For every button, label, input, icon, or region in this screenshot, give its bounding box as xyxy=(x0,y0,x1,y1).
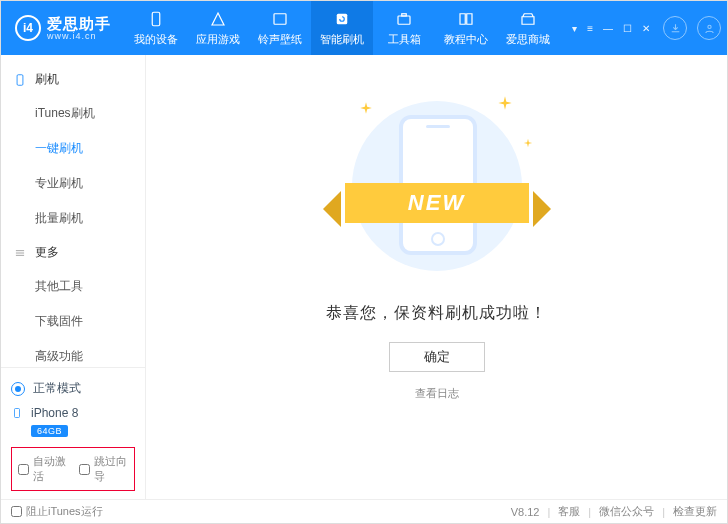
brand-logo-icon: i4 xyxy=(15,15,41,41)
svg-rect-6 xyxy=(17,74,23,85)
sidebar-item-batch-flash[interactable]: 批量刷机 xyxy=(1,201,145,236)
top-bar: i4 爱思助手 www.i4.cn 我的设备 应用游戏 铃声壁纸 智能刷机 工具… xyxy=(1,1,727,55)
device-row[interactable]: iPhone 8 xyxy=(11,405,135,421)
sidebar-item-pro-flash[interactable]: 专业刷机 xyxy=(1,166,145,201)
book-icon xyxy=(456,9,476,29)
tab-tutorial[interactable]: 教程中心 xyxy=(435,1,497,55)
tab-apps[interactable]: 应用游戏 xyxy=(187,1,249,55)
svg-rect-0 xyxy=(152,12,160,26)
tab-tools[interactable]: 工具箱 xyxy=(373,1,435,55)
version-label: V8.12 xyxy=(511,506,540,518)
close-icon[interactable]: ✕ xyxy=(639,23,653,34)
apps-icon xyxy=(208,9,228,29)
spark-icon xyxy=(497,95,513,114)
support-link[interactable]: 客服 xyxy=(558,504,580,519)
check-update-link[interactable]: 检查更新 xyxy=(673,504,717,519)
svg-point-5 xyxy=(707,25,710,28)
sidebar-item-advanced[interactable]: 高级功能 xyxy=(1,339,145,367)
sidebar-cat-more[interactable]: 更多 xyxy=(1,236,145,269)
footer: 阻止iTunes运行 V8.12 | 客服 | 微信公众号 | 检查更新 xyxy=(1,499,727,523)
sidebar-cat-flash[interactable]: 刷机 xyxy=(1,63,145,96)
tab-my-device[interactable]: 我的设备 xyxy=(125,1,187,55)
download-button[interactable] xyxy=(663,16,687,40)
wechat-link[interactable]: 微信公众号 xyxy=(599,504,654,519)
tshirt-icon[interactable]: ▾ xyxy=(569,23,580,34)
phone-icon xyxy=(146,9,166,29)
top-tabs: 我的设备 应用游戏 铃声壁纸 智能刷机 工具箱 教程中心 爱思商城 xyxy=(125,1,559,55)
svg-rect-2 xyxy=(337,14,348,25)
new-ribbon: NEW xyxy=(345,183,529,223)
auto-activate-checkbox[interactable]: 自动激活 xyxy=(18,454,67,484)
store-icon xyxy=(518,9,538,29)
tab-ringtone[interactable]: 铃声壁纸 xyxy=(249,1,311,55)
svg-rect-4 xyxy=(402,14,407,16)
minimize-icon[interactable]: — xyxy=(600,23,616,34)
toolbox-icon xyxy=(394,9,414,29)
svg-rect-10 xyxy=(15,409,20,418)
maximize-icon[interactable]: ☐ xyxy=(620,23,635,34)
options-row: 自动激活 跳过向导 xyxy=(11,447,135,491)
block-itunes-checkbox[interactable]: 阻止iTunes运行 xyxy=(11,504,103,519)
success-illustration: NEW xyxy=(327,91,547,281)
menu-icon[interactable]: ≡ xyxy=(584,23,596,34)
svg-rect-1 xyxy=(274,14,286,25)
user-button[interactable] xyxy=(697,16,721,40)
window-controls: ▾ ≡ — ☐ ✕ xyxy=(569,16,727,40)
spark-icon xyxy=(523,137,533,151)
mode-dot-icon xyxy=(11,382,25,396)
tab-flash[interactable]: 智能刷机 xyxy=(311,1,373,55)
tab-store[interactable]: 爱思商城 xyxy=(497,1,559,55)
mode-row[interactable]: 正常模式 xyxy=(11,376,135,405)
skip-guide-checkbox[interactable]: 跳过向导 xyxy=(79,454,128,484)
ok-button[interactable]: 确定 xyxy=(389,342,485,372)
image-icon xyxy=(270,9,290,29)
sidebar: 刷机 iTunes刷机 一键刷机 专业刷机 批量刷机 更多 其他工具 下载固件 … xyxy=(1,55,146,499)
success-message: 恭喜您，保资料刷机成功啦！ xyxy=(326,303,547,324)
spark-icon xyxy=(359,101,373,118)
refresh-icon xyxy=(332,9,352,29)
main-panel: NEW 恭喜您，保资料刷机成功啦！ 确定 查看日志 xyxy=(146,55,727,499)
sidebar-item-oneclick-flash[interactable]: 一键刷机 xyxy=(1,131,145,166)
svg-rect-3 xyxy=(398,16,410,24)
brand: i4 爱思助手 www.i4.cn xyxy=(1,15,125,41)
brand-name: 爱思助手 xyxy=(47,16,111,31)
sidebar-item-itunes-flash[interactable]: iTunes刷机 xyxy=(1,96,145,131)
device-badge: 64GB xyxy=(31,425,68,437)
sidebar-item-download-fw[interactable]: 下载固件 xyxy=(1,304,145,339)
sidebar-item-other-tools[interactable]: 其他工具 xyxy=(1,269,145,304)
view-log-link[interactable]: 查看日志 xyxy=(415,386,459,401)
brand-sub: www.i4.cn xyxy=(47,31,111,41)
